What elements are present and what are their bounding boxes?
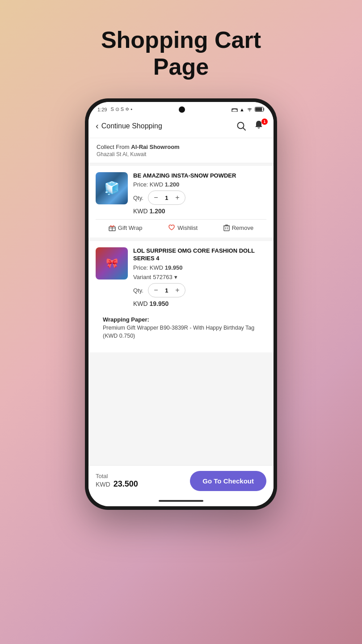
item-2-image: 🎀 [96,247,128,280]
cart-scroll-content[interactable]: Collect From Al-Rai Showroom Ghazali St … [88,138,274,465]
total-label: Total [96,473,138,479]
cart-item-2: 🎀 LOL SURPRISE OMG CORE FASHION DOLL SER… [88,241,274,352]
item-1-qty-increase[interactable]: + [172,192,183,203]
back-button[interactable]: ‹ Continue Shopping [96,121,162,131]
phone-frame: 1:29 S ⊙ S ✡ • ▲ [85,98,277,510]
wifi-icon [246,107,253,112]
item-1-price: Price: KWD 1.200 [133,181,266,188]
collect-address: Ghazali St Al, Kuwait [97,151,265,157]
home-bar [159,500,203,502]
search-icon [236,121,246,131]
item-2-qty-decrease[interactable]: − [150,284,162,296]
home-indicator [88,496,274,506]
status-bar: 1:29 S ⊙ S ✡ • ▲ [88,102,274,115]
item-2-variant-row: Variant 572763 ▾ [133,274,266,280]
item-2-details: LOL SURPRISE OMG CORE FASHION DOLL SERIE… [133,247,266,312]
phone-screen: 1:29 S ⊙ S ✡ • ▲ [88,102,274,506]
continue-shopping-label: Continue Shopping [101,122,162,130]
back-arrow-icon: ‹ [96,121,99,131]
footer-bar: Total KWD 23.500 Go To Checkout [88,465,274,496]
total-amount: KWD 23.500 [96,479,138,489]
item-1-price-value: 1.200 [165,181,180,188]
item-1-qty-row: Qty. − 1 + [133,191,266,205]
item-1-qty-control: − 1 + [148,191,185,205]
nav-icons: 1 [235,120,266,132]
item-2-name: LOL SURPRISE OMG CORE FASHION DOLL SERIE… [133,247,266,263]
svg-rect-2 [256,108,262,111]
item-2-qty-value: 1 [162,287,172,294]
total-amount-value: 23.500 [114,479,138,488]
wrapping-text: Premium Gift Wrapper B90-3839R - With Ha… [103,324,259,340]
remove-button-1[interactable]: Remove [223,224,253,231]
cart-item-1: 🧊 BE AMAZING INSTA-SNOW POWDER Price: KW… [88,166,274,238]
wishlist-button-1[interactable]: Wishlist [168,224,198,231]
top-nav: ‹ Continue Shopping 1 [88,115,274,138]
trash-icon [223,224,230,231]
status-time: 1:29 S ⊙ S ✡ • [97,106,132,112]
camera-notch [179,106,185,113]
heart-icon [168,224,175,231]
item-2-total-value: 19.950 [150,300,169,307]
item-2-qty-label: Qty. [133,287,143,294]
wrapping-section: Wrapping Paper: Premium Gift Wrapper B90… [96,312,266,346]
item-1-details: BE AMAZING INSTA-SNOW POWDER Price: KWD … [133,172,266,220]
item-2-qty-control: − 1 + [148,283,185,297]
gift-icon [109,224,116,231]
item-1-total-value: 1.200 [150,208,165,215]
item-2-qty-increase[interactable]: + [172,284,183,296]
total-section: Total KWD 23.500 [96,473,138,489]
item-2-price-value: 19.950 [165,264,183,271]
item-1-divider [96,219,266,220]
item-1-qty-decrease[interactable]: − [150,192,162,203]
snow-product-image: 🧊 [96,172,128,204]
collect-banner: Collect From Al-Rai Showroom Ghazali St … [88,138,274,163]
item-2-qty-row: Qty. − 1 + [133,283,266,297]
status-icons-left: S ⊙ S ✡ • [110,106,132,112]
item-2-variant-value: 572763 [153,274,172,280]
item-1-qty-label: Qty. [133,195,143,201]
item-1-qty-value: 1 [162,195,172,201]
checkout-button[interactable]: Go To Checkout [190,471,266,491]
item-1-image: 🧊 [96,172,128,204]
store-name: Al-Rai Showroom [131,144,179,150]
notifications-button[interactable]: 1 [254,120,266,132]
search-button[interactable] [235,120,248,132]
notification-badge: 1 [261,119,268,125]
lol-product-image: 🎀 [96,247,128,280]
item-1-actions: Gift Wrap Wishlist [96,224,266,231]
item-1-name: BE AMAZING INSTA-SNOW POWDER [133,172,266,180]
signal-icon: ▲ [240,107,244,112]
item-1-total: KWD 1.200 [133,208,266,215]
battery-icon [255,107,265,112]
variant-chevron-icon: ▾ [174,274,177,280]
wrapping-label: Wrapping Paper: [103,316,259,323]
svg-rect-5 [224,226,229,231]
collect-text: Collect From Al-Rai Showroom [97,144,265,150]
page-title: Shopping Cart Page [101,27,261,80]
gift-wrap-button-1[interactable]: Gift Wrap [109,224,143,231]
cast-icon [232,107,238,112]
status-icons-right: ▲ [232,107,265,112]
item-2-total: KWD 19.950 [133,300,266,307]
item-2-price: Price: KWD 19.950 [133,264,266,271]
